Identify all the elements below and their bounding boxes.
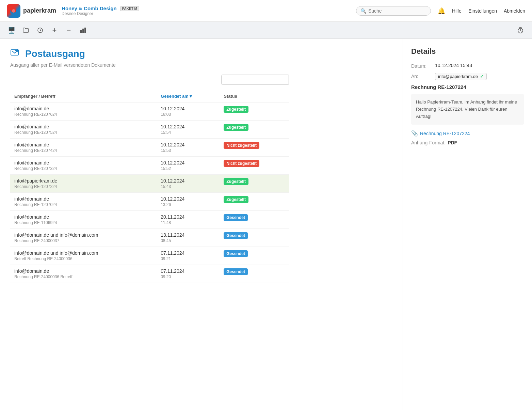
recipient-subject: Rechnung RE-1207224 (14, 184, 152, 189)
sent-date: 10.12.2024 (161, 124, 215, 129)
list-section: 🔍 Empfänger / Betreff Gesendet am Status… (10, 75, 289, 283)
company-info: Honey & Comb Design PAKET M Desiree Desi… (62, 5, 139, 16)
attachment-link[interactable]: Rechnung RE-1207224 (420, 131, 470, 136)
recipient-cell: info@domain.de und info@domain.com Rechn… (10, 229, 157, 247)
page-header: Postausgang (10, 47, 392, 60)
help-link[interactable]: Hilfe (452, 8, 462, 14)
status-badge: Gesendet (224, 250, 248, 257)
sent-time: 15:53 (161, 148, 215, 153)
recipient-subject: Rechnung RE-1106924 (14, 220, 152, 225)
recipient-subject: Rechnung RE-1207624 (14, 112, 152, 117)
table-row[interactable]: info@domain.de Rechnung RE-1207624 10.12… (10, 102, 289, 121)
detail-to-label: An: (411, 73, 435, 79)
recipient-subject: Betreff Rechnung RE-24000036 (14, 256, 152, 261)
folder-button[interactable] (20, 24, 32, 36)
status-cell: Zugestellt (220, 193, 289, 211)
table-row[interactable]: info@papierkram.de Rechnung RE-1207224 1… (10, 175, 289, 193)
sent-time: 15:43 (161, 184, 215, 189)
recipient-email: info@domain.de (14, 142, 152, 147)
table-row[interactable]: info@domain.de Rechnung RE-1207524 10.12… (10, 121, 289, 139)
company-badge: PAKET M (120, 6, 139, 11)
email-table: Empfänger / Betreff Gesendet am Status i… (10, 90, 289, 283)
sent-date-cell: 10.12.2024 15:52 (157, 157, 220, 175)
list-search-button[interactable]: 🔍 (288, 75, 289, 84)
list-search-box[interactable]: 🔍 (221, 75, 289, 85)
content-area: Postausgang Ausgang aller per E-Mail ver… (0, 39, 403, 410)
table-row[interactable]: info@domain.de Rechnung RE-1207024 10.12… (10, 193, 289, 211)
logo-icon (7, 4, 20, 18)
col-sent-at[interactable]: Gesendet am (157, 90, 220, 102)
monitor-button[interactable]: 🖥️ (5, 24, 18, 36)
sent-date-cell: 10.12.2024 15:43 (157, 175, 220, 193)
recipient-email: info@domain.de (14, 106, 152, 111)
recipient-subject: Rechnung RE-1207524 (14, 130, 152, 135)
detail-date-value: 10.12.2024 15:43 (435, 63, 472, 68)
search-input[interactable] (368, 8, 426, 14)
add-button[interactable]: + (48, 24, 61, 36)
remove-button[interactable]: − (63, 24, 75, 36)
status-cell: Zugestellt (220, 102, 289, 121)
format-label: Anhang-Format: (411, 140, 446, 145)
table-row[interactable]: info@domain.de Rechnung RE-1207424 10.12… (10, 139, 289, 157)
detail-to-email: info@papierkram.de (438, 74, 478, 79)
status-badge: Zugestellt (224, 106, 248, 113)
page-title: Postausgang (25, 48, 85, 59)
bell-icon[interactable]: 🔔 (438, 7, 445, 15)
email-list: info@domain.de Rechnung RE-1207624 10.12… (10, 102, 289, 283)
details-panel: Details Datum: 10.12.2024 15:43 An: info… (403, 39, 532, 410)
table-row[interactable]: info@domain.de und info@domain.com Rechn… (10, 229, 289, 247)
sent-time: 11:48 (161, 220, 215, 225)
status-badge: Zugestellt (224, 196, 248, 203)
global-search[interactable]: 🔍 (356, 6, 431, 16)
sent-date: 07.11.2024 (161, 250, 215, 256)
status-cell: Gesendet (220, 229, 289, 247)
detail-message-text: Hallo Papierkram-Team, im Anhang findet … (416, 99, 517, 119)
sent-time: 09:21 (161, 256, 215, 261)
table-row[interactable]: info@domain.de Rechnung RE-1106924 20.11… (10, 211, 289, 229)
recipient-email: info@domain.de (14, 214, 152, 220)
status-badge: Gesendet (224, 214, 248, 221)
recipient-cell: info@papierkram.de Rechnung RE-1207224 (10, 175, 157, 193)
details-title: Details (411, 47, 524, 56)
table-row[interactable]: info@domain.de und info@domain.com Betre… (10, 247, 289, 265)
sent-date: 10.12.2024 (161, 142, 215, 147)
detail-date-label: Datum: (411, 63, 435, 69)
recipient-subject: Rechnung RE-1207424 (14, 148, 152, 153)
sent-date: 07.11.2024 (161, 268, 215, 274)
detail-subject: Rechnung RE-1207224 (411, 84, 524, 90)
nav-right: 🔍 🔔 Hilfe Einstellungen Abmelden (356, 6, 525, 16)
detail-email-chip: info@papierkram.de ✓ (435, 73, 487, 80)
logout-link[interactable]: Abmelden (504, 8, 525, 14)
sent-date: 13.11.2024 (161, 232, 215, 238)
chart-button[interactable] (77, 24, 89, 36)
recipient-cell: info@domain.de Rechnung RE-1207024 (10, 193, 157, 211)
attachment-icon: 📎 (411, 130, 418, 137)
detail-to-row: An: info@papierkram.de ✓ (411, 73, 524, 80)
sent-date-cell: 10.12.2024 13:26 (157, 193, 220, 211)
recipient-email: info@domain.de und info@domain.com (14, 232, 152, 238)
logo-text: papierkram (23, 7, 56, 14)
status-cell: Zugestellt (220, 121, 289, 139)
sent-time: 08:45 (161, 238, 215, 243)
sent-date-cell: 07.11.2024 09:21 (157, 247, 220, 265)
table-row[interactable]: info@domain.de Rechnung RE-1207324 10.12… (10, 157, 289, 175)
list-search-input[interactable] (222, 75, 288, 84)
settings-link[interactable]: Einstellungen (468, 8, 497, 14)
status-cell: Nicht zugestellt (220, 139, 289, 157)
table-header: Empfänger / Betreff Gesendet am Status (10, 90, 289, 102)
list-search: 🔍 (10, 75, 289, 85)
recipient-email: info@domain.de (14, 196, 152, 202)
check-icon: ✓ (480, 74, 484, 79)
sent-time: 15:54 (161, 130, 215, 135)
history-button[interactable] (34, 24, 46, 36)
status-cell: Gesendet (220, 247, 289, 265)
recipient-subject: Rechnung RE-24000037 (14, 238, 152, 243)
detail-message: Hallo Papierkram-Team, im Anhang findet … (411, 94, 524, 125)
svg-point-2 (12, 9, 15, 13)
table-row[interactable]: info@domain.de Rechnung RE-24000036 Betr… (10, 265, 289, 283)
sent-date: 10.12.2024 (161, 178, 215, 184)
sent-date: 10.12.2024 (161, 196, 215, 202)
toolbar: 🖥️ + − (0, 22, 532, 39)
sent-time: 09:20 (161, 274, 215, 279)
timer-right-button[interactable] (514, 24, 527, 36)
